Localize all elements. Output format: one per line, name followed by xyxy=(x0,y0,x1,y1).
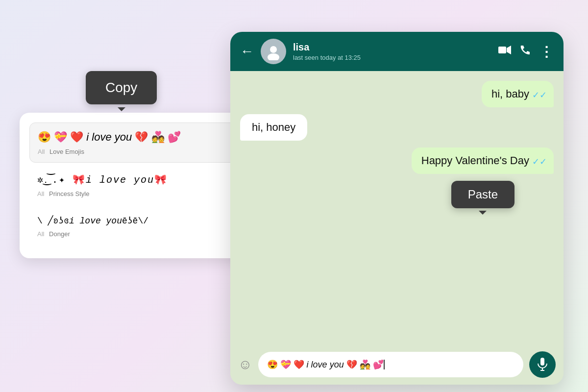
avatar xyxy=(261,39,286,64)
paste-tooltip-wrap: Paste xyxy=(451,181,514,208)
left-card: 😍 💝 ❤️ i love you 💔 💑 💕 All Love Emojis … xyxy=(20,113,250,258)
contact-name: lisa xyxy=(293,42,491,53)
tag-name-3: Donger xyxy=(49,230,70,238)
message-sent-2: Happy Valentine's Day ✓✓ xyxy=(412,147,554,174)
fancy-text-item-3[interactable]: \ ╱ʚʖɞi love youēʖē\/ All Donger xyxy=(29,208,240,245)
fancy-text-tags-3: All Donger xyxy=(37,230,232,238)
svg-point-1 xyxy=(268,53,279,60)
phone-call-icon[interactable] xyxy=(520,45,531,58)
paste-tooltip[interactable]: Paste xyxy=(451,181,514,208)
tag-name-2: Princess Style xyxy=(49,190,89,197)
header-icons: ⋮ xyxy=(498,44,554,60)
svg-point-0 xyxy=(270,46,277,53)
svg-rect-2 xyxy=(498,47,506,53)
fancy-text-content-2: ✲.͜ ͝.✦ 🎀i love you🎀 xyxy=(37,173,232,187)
back-button[interactable]: ← xyxy=(240,45,254,58)
tag-all-1: All xyxy=(38,148,45,155)
mic-button[interactable] xyxy=(529,351,556,378)
checkmark-2: ✓✓ xyxy=(532,156,547,167)
svg-rect-4 xyxy=(540,358,544,366)
message-input[interactable]: 😍 💝 ❤️ i love you 💔 💑 💕 xyxy=(258,352,523,377)
fancy-text-tags-1: All Love Emojis xyxy=(38,148,232,155)
chat-area: hi, baby ✓✓ hi, honey Happy Valentine's … xyxy=(230,71,564,208)
message-received-1: hi, honey xyxy=(240,114,307,141)
whatsapp-window: ← lisa last seen today at 13:25 xyxy=(230,32,564,385)
whatsapp-header: ← lisa last seen today at 13:25 xyxy=(230,32,564,71)
fancy-text-content-1: 😍 💝 ❤️ i love you 💔 💑 💕 xyxy=(38,130,232,145)
tag-all-3: All xyxy=(37,230,44,238)
fancy-text-tags-2: All Princess Style xyxy=(37,190,232,197)
emoji-button[interactable]: ☺ xyxy=(238,357,252,372)
text-cursor xyxy=(384,360,385,369)
input-bar: ☺ 😍 💝 ❤️ i love you 💔 💑 💕 xyxy=(230,344,564,385)
message-sent-1: hi, baby ✓✓ xyxy=(482,81,554,107)
tag-name-1: Love Emojis xyxy=(49,148,84,155)
video-call-icon[interactable] xyxy=(498,45,511,58)
checkmark-1: ✓✓ xyxy=(532,90,547,100)
more-options-icon[interactable]: ⋮ xyxy=(539,44,554,60)
fancy-text-item-1[interactable]: 😍 💝 ❤️ i love you 💔 💑 💕 All Love Emojis xyxy=(29,122,240,163)
svg-marker-3 xyxy=(507,46,511,54)
fancy-text-content-3: \ ╱ʚʖɞi love youēʖē\/ xyxy=(37,215,232,227)
tag-all-2: All xyxy=(37,190,44,197)
contact-status: last seen today at 13:25 xyxy=(293,54,491,61)
fancy-text-item-2[interactable]: ✲.͜ ͝.✦ 🎀i love you🎀 All Princess Style xyxy=(29,167,240,204)
input-text: 😍 💝 ❤️ i love you 💔 💑 💕 xyxy=(267,359,384,370)
contact-info: lisa last seen today at 13:25 xyxy=(293,42,491,61)
copy-tooltip[interactable]: Copy xyxy=(86,71,157,104)
